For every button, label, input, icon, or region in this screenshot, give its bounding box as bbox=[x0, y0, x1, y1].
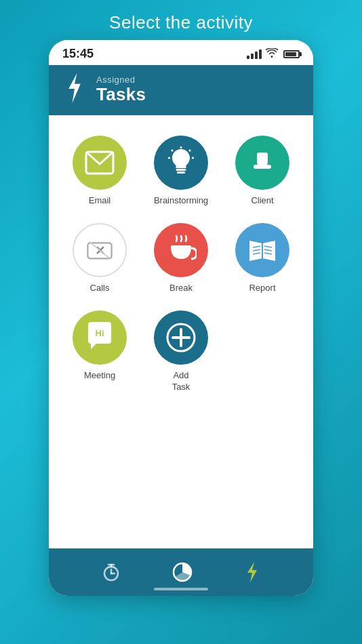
app-header: Assigned Tasks bbox=[49, 65, 313, 115]
status-time: 15:45 bbox=[62, 47, 94, 61]
activity-calls[interactable]: ✕ Calls bbox=[62, 223, 137, 294]
report-label: Report bbox=[249, 283, 275, 294]
brainstorming-circle bbox=[154, 136, 208, 190]
nav-chart[interactable] bbox=[172, 562, 193, 582]
activity-report[interactable]: Report bbox=[225, 223, 300, 294]
svg-marker-32 bbox=[247, 562, 257, 582]
main-content: Email bbox=[49, 115, 313, 548]
activity-meeting[interactable]: Hi Meeting bbox=[62, 310, 137, 393]
status-icons bbox=[247, 48, 300, 60]
brainstorming-label: Brainstorming bbox=[154, 195, 208, 207]
header-text: Assigned Tasks bbox=[96, 75, 146, 104]
svg-line-7 bbox=[172, 150, 173, 151]
client-circle bbox=[235, 136, 289, 190]
calls-label: Calls bbox=[90, 283, 110, 294]
svg-rect-9 bbox=[254, 165, 271, 169]
email-label: Email bbox=[89, 195, 111, 207]
add-task-label: AddTask bbox=[172, 370, 190, 393]
svg-rect-2 bbox=[176, 169, 186, 171]
svg-line-5 bbox=[189, 150, 190, 151]
page-title: Select the activity bbox=[0, 12, 362, 33]
bottom-home-indicator bbox=[154, 588, 208, 590]
report-circle bbox=[235, 223, 289, 277]
calls-circle: ✕ bbox=[73, 223, 127, 277]
activity-break[interactable]: Break bbox=[144, 223, 218, 294]
svg-text:Hi: Hi bbox=[96, 328, 104, 338]
break-label: Break bbox=[169, 283, 193, 294]
activity-email[interactable]: Email bbox=[62, 136, 137, 207]
phone-frame: 15:45 bbox=[49, 40, 313, 596]
svg-rect-3 bbox=[177, 172, 185, 174]
client-label: Client bbox=[251, 195, 273, 207]
signal-bars-icon bbox=[247, 49, 262, 59]
meeting-label: Meeting bbox=[84, 370, 115, 382]
battery-icon bbox=[283, 50, 300, 58]
svg-rect-14 bbox=[171, 245, 191, 248]
meeting-circle: Hi bbox=[73, 310, 127, 365]
activity-grid: Email bbox=[62, 136, 300, 393]
header-title: Tasks bbox=[96, 85, 146, 104]
nav-lightning[interactable] bbox=[244, 562, 260, 582]
nav-timer[interactable] bbox=[102, 563, 121, 582]
add-task-circle bbox=[154, 310, 208, 365]
activity-brainstorming[interactable]: Brainstorming bbox=[144, 136, 218, 207]
email-circle bbox=[73, 136, 127, 190]
svg-rect-10 bbox=[257, 153, 268, 165]
bottom-nav bbox=[49, 548, 313, 596]
break-circle bbox=[154, 223, 208, 277]
header-logo-icon bbox=[62, 73, 87, 106]
svg-marker-0 bbox=[68, 73, 81, 103]
header-subtitle: Assigned bbox=[96, 75, 146, 85]
activity-client[interactable]: Client bbox=[225, 136, 300, 207]
status-bar: 15:45 bbox=[49, 40, 313, 65]
activity-add-task[interactable]: AddTask bbox=[144, 310, 218, 393]
wifi-icon bbox=[266, 48, 278, 60]
